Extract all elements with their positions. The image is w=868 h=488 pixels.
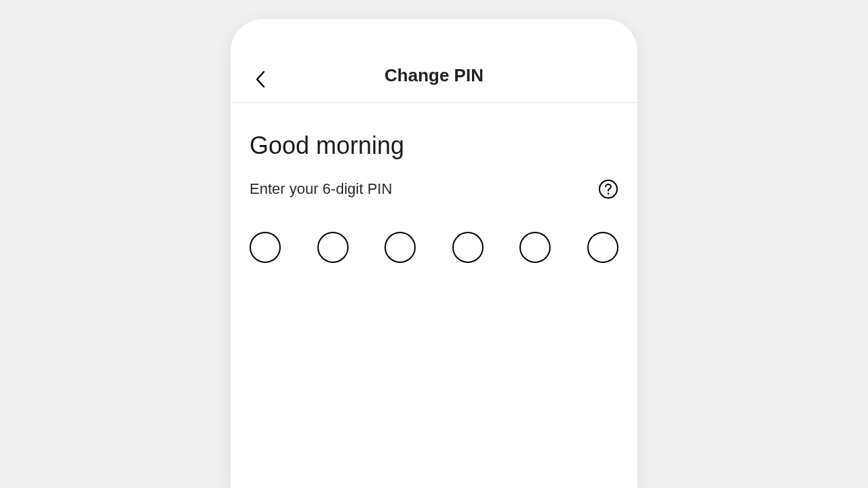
chevron-left-icon [254,70,267,89]
pin-digit-1[interactable] [250,232,281,263]
pin-input-row[interactable] [250,232,618,263]
content-area: Good morning Enter your 6-digit PIN [231,103,637,263]
pin-instruction: Enter your 6-digit PIN [250,180,392,198]
pin-digit-3[interactable] [384,232,416,263]
help-button[interactable] [598,179,618,199]
header-bar: Change PIN [231,19,637,103]
greeting-text: Good morning [250,131,618,160]
instruction-row: Enter your 6-digit PIN [250,179,618,199]
app-screen: Change PIN Good morning Enter your 6-dig… [231,19,637,488]
back-button[interactable] [250,68,271,90]
pin-digit-6[interactable] [587,232,618,263]
svg-point-1 [608,192,610,195]
question-mark-circle-icon [598,179,618,199]
pin-digit-4[interactable] [452,232,484,263]
pin-digit-5[interactable] [519,232,551,263]
pin-digit-2[interactable] [317,232,349,263]
page-title: Change PIN [384,65,484,86]
